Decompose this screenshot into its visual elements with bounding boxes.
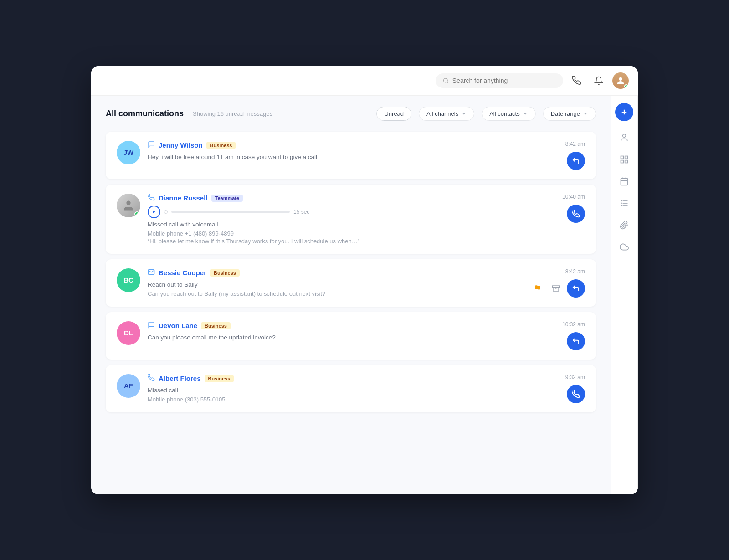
svg-rect-5: [553, 286, 560, 287]
contact-name[interactable]: Dianne Russell: [159, 194, 208, 202]
card-actions: [567, 152, 585, 170]
avatar: BC: [117, 268, 140, 292]
card-body: Devon Lane Business Can you please email…: [148, 321, 555, 342]
progress-track[interactable]: [171, 211, 290, 213]
phone-icon[interactable]: [569, 72, 585, 89]
sidebar-item-attachments[interactable]: [615, 216, 633, 234]
contact-tag: Business: [210, 269, 240, 277]
svg-rect-11: [625, 156, 627, 159]
contact-name[interactable]: Albert Flores: [159, 375, 201, 382]
avatar: JW: [117, 141, 140, 164]
contact-name[interactable]: Jenny Wilson: [159, 141, 203, 149]
filter-unread-button[interactable]: Unread: [376, 107, 411, 121]
message-subtext: Mobile phone +1 (480) 899-4899: [148, 230, 555, 237]
top-bar: [91, 66, 638, 96]
channel-icon: [148, 321, 155, 330]
online-dot: [134, 211, 139, 216]
svg-rect-12: [621, 160, 623, 163]
contact-tag: Business: [206, 142, 236, 149]
card-right: 9:32 am: [565, 374, 585, 403]
card-header: Dianne Russell Teammate: [148, 194, 555, 203]
card-header: Devon Lane Business: [148, 321, 555, 330]
message-quote: “Hi, please let me know if this Thursday…: [148, 238, 555, 245]
action-button[interactable]: [567, 205, 585, 223]
online-indicator: [624, 84, 628, 88]
card-body: Dianne Russell Teammate 15 sec Missed ca…: [148, 194, 555, 245]
channel-icon: [148, 374, 155, 383]
sidebar-item-grid[interactable]: [615, 150, 633, 169]
contact-tag: Teammate: [211, 195, 243, 202]
svg-rect-14: [621, 178, 627, 185]
contact-tag: Business: [205, 375, 234, 382]
svg-point-2: [619, 77, 622, 80]
card-actions: [567, 385, 585, 403]
channel-icon: [148, 268, 155, 277]
message-text: Missed call with voicemail: [148, 220, 555, 229]
channel-icon: [148, 194, 155, 203]
action-button[interactable]: [567, 332, 585, 350]
sidebar-item-calendar[interactable]: [615, 172, 633, 190]
svg-point-0: [444, 78, 448, 82]
message-text: Missed call: [148, 386, 558, 395]
sidebar-item-cloud[interactable]: [615, 238, 633, 256]
main-content: All communications Showing 16 unread mes…: [91, 96, 611, 494]
search-icon: [443, 77, 449, 84]
sidebar-item-contacts[interactable]: [615, 128, 633, 147]
message-text: Reach out to Sally: [148, 280, 523, 289]
card-header: Albert Flores Business: [148, 374, 558, 383]
unread-count: Showing 16 unread messages: [193, 110, 272, 117]
voicemail-player: 15 sec: [148, 206, 555, 218]
card-header: Jenny Wilson Business: [148, 141, 558, 150]
search-input[interactable]: [452, 77, 556, 84]
contact-tag: Business: [201, 322, 231, 329]
filter-channels-button[interactable]: All channels: [419, 107, 474, 121]
message-time: 10:32 am: [562, 321, 585, 328]
svg-rect-10: [621, 156, 623, 159]
action-button[interactable]: [567, 385, 585, 403]
card-header: Bessie Cooper Business: [148, 268, 523, 277]
message-card: DL Devon Lane Business Can you please em…: [106, 312, 596, 360]
waveform-dot: [164, 210, 168, 214]
message-time: 8:42 am: [565, 141, 585, 147]
message-card: BC Bessie Cooper Business Reach out to S…: [106, 259, 596, 307]
card-right: 8:42 am: [530, 268, 585, 298]
avatar: DL: [117, 321, 140, 345]
message-time: 9:32 am: [565, 374, 585, 380]
svg-line-1: [447, 82, 448, 82]
avatar: AF: [117, 374, 140, 398]
bell-icon[interactable]: [590, 72, 607, 89]
flag-button[interactable]: [530, 281, 545, 296]
contact-name[interactable]: Devon Lane: [159, 322, 197, 329]
sidebar-item-tasks[interactable]: [615, 194, 633, 212]
card-right: 8:42 am: [565, 141, 585, 170]
contact-name[interactable]: Bessie Cooper: [159, 269, 206, 277]
card-right: 10:40 am: [562, 194, 585, 223]
message-text: Hey, i will be free around 11 am in case…: [148, 153, 558, 162]
add-button[interactable]: [615, 103, 633, 121]
search-box[interactable]: [436, 73, 563, 88]
card-actions: [567, 205, 585, 223]
message-card: AF Albert Flores Business Missed call Mo…: [106, 365, 596, 412]
content-header: All communications Showing 16 unread mes…: [106, 107, 596, 121]
channel-icon: [148, 141, 155, 150]
play-button[interactable]: [148, 206, 160, 218]
svg-point-9: [622, 134, 626, 137]
card-actions: [530, 279, 585, 298]
user-avatar[interactable]: [612, 72, 629, 89]
card-body: Albert Flores Business Missed call Mobil…: [148, 374, 558, 403]
message-time: 8:42 am: [565, 268, 585, 275]
archive-button[interactable]: [549, 281, 563, 296]
action-button[interactable]: [567, 152, 585, 170]
svg-point-3: [126, 200, 130, 205]
messages-list: JW Jenny Wilson Business Hey, i will be …: [106, 132, 596, 412]
message-subtext: Mobile phone (303) 555-0105: [148, 396, 558, 403]
card-body: Bessie Cooper Business Reach out to Sall…: [148, 268, 523, 297]
action-button[interactable]: [567, 279, 585, 298]
sidebar: [611, 96, 638, 494]
filter-date-button[interactable]: Date range: [543, 107, 596, 121]
message-time: 10:40 am: [562, 194, 585, 200]
page-title: All communications: [106, 109, 184, 118]
card-actions: [567, 332, 585, 350]
card-right: 10:32 am: [562, 321, 585, 350]
filter-contacts-button[interactable]: All contacts: [482, 107, 535, 121]
